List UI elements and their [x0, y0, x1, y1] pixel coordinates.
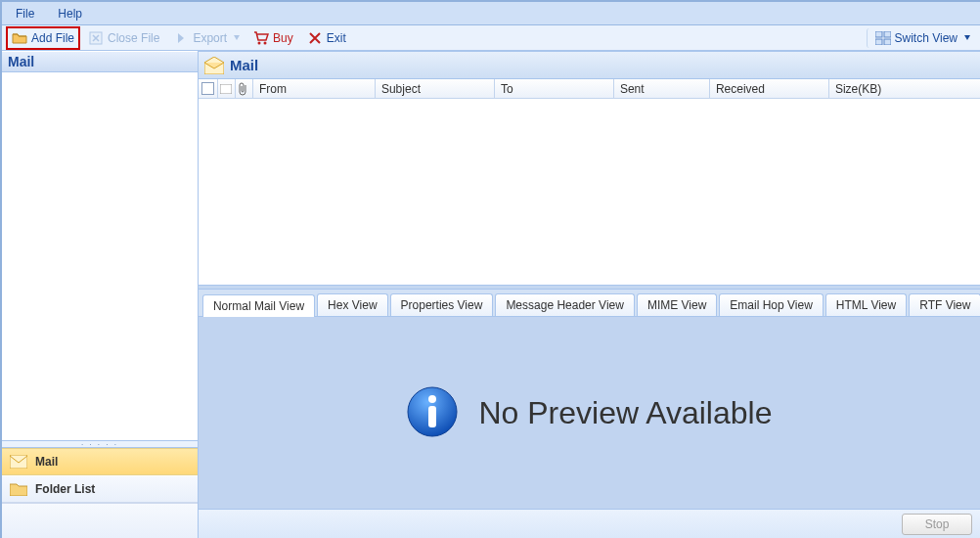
right-pane-title: Mail: [230, 57, 258, 73]
column-sent[interactable]: Sent: [614, 79, 710, 98]
svg-rect-4: [884, 31, 891, 37]
buy-label: Buy: [273, 31, 293, 45]
exit-label: Exit: [327, 31, 346, 45]
menu-file[interactable]: File: [8, 5, 42, 22]
column-icon[interactable]: [218, 79, 236, 98]
info-icon: [406, 385, 459, 441]
stop-button[interactable]: Stop: [902, 514, 972, 535]
mail-list-header: From Subject To Sent Received Size(KB): [199, 79, 980, 99]
tab-normal-mail[interactable]: Normal Mail View: [202, 294, 315, 317]
folder-tree[interactable]: [2, 72, 198, 440]
export-button[interactable]: Export: [167, 28, 245, 48]
folder-icon: [10, 482, 27, 496]
column-attachment[interactable]: [236, 79, 253, 98]
chevron-down-icon: [234, 35, 240, 40]
close-x-icon: [307, 30, 323, 46]
toolbar: Add File Close File Export Bu: [2, 25, 980, 51]
add-file-button[interactable]: Add File: [8, 28, 78, 48]
tab-email-hop[interactable]: Email Hop View: [719, 293, 823, 316]
preview-tabstrip: Normal Mail View Hex View Properties Vie…: [199, 289, 980, 316]
preview-panel: No Preview Available: [199, 316, 980, 509]
nav-item-mail[interactable]: Mail: [2, 448, 198, 475]
tab-hex[interactable]: Hex View: [317, 293, 387, 316]
svg-rect-7: [10, 455, 27, 469]
column-received[interactable]: Received: [710, 79, 829, 98]
left-pane: Mail · · · · · Mail Folder List: [2, 51, 199, 538]
nav-list: Mail Folder List: [2, 448, 198, 503]
svg-rect-5: [875, 39, 882, 45]
status-bar: Stop: [199, 509, 980, 538]
right-pane: Mail From Subject To Sent Received Size(…: [199, 51, 980, 538]
tab-mime[interactable]: MIME View: [637, 293, 717, 316]
nav-footer: [2, 503, 198, 538]
add-file-label: Add File: [31, 31, 74, 45]
mail-list-body[interactable]: [199, 99, 980, 285]
exit-button[interactable]: Exit: [301, 28, 352, 48]
switch-view-label: Switch View: [895, 31, 958, 45]
switch-view-button[interactable]: Switch View: [867, 28, 976, 48]
column-subject[interactable]: Subject: [376, 79, 495, 98]
svg-rect-11: [428, 406, 436, 427]
export-arrow-icon: [173, 30, 189, 46]
column-to[interactable]: To: [495, 79, 614, 98]
column-size[interactable]: Size(KB): [829, 79, 980, 98]
svg-rect-3: [875, 31, 882, 37]
tab-rtf[interactable]: RTF View: [909, 293, 980, 316]
tab-html[interactable]: HTML View: [825, 293, 907, 316]
column-checkbox[interactable]: [199, 79, 218, 98]
layout-icon: [875, 30, 891, 46]
buy-button[interactable]: Buy: [247, 28, 299, 48]
right-pane-header: Mail: [199, 52, 980, 79]
svg-point-2: [264, 41, 267, 44]
nav-item-label: Folder List: [35, 482, 95, 496]
envelope-icon: [10, 455, 27, 469]
nav-item-label: Mail: [35, 455, 58, 469]
svg-rect-8: [220, 84, 232, 94]
page-icon: [220, 84, 232, 94]
tab-properties[interactable]: Properties View: [390, 293, 494, 316]
svg-point-10: [428, 395, 436, 403]
close-file-button[interactable]: Close File: [82, 28, 165, 48]
left-pane-header: Mail: [2, 51, 198, 72]
shopping-cart-icon: [253, 30, 269, 46]
envelope-open-icon: [204, 57, 224, 74]
nav-item-folder-list[interactable]: Folder List: [2, 475, 198, 503]
svg-rect-6: [884, 39, 891, 45]
close-file-icon: [88, 30, 104, 46]
column-from[interactable]: From: [253, 79, 376, 98]
paperclip-icon: [239, 82, 248, 96]
splitter-handle[interactable]: · · · · ·: [2, 440, 198, 448]
app-window: File Help Add File Close File: [2, 2, 980, 538]
close-file-label: Close File: [108, 31, 159, 45]
preview-message: No Preview Available: [478, 395, 772, 431]
svg-point-1: [258, 41, 261, 44]
tab-message-header[interactable]: Message Header View: [495, 293, 635, 316]
menu-bar: File Help: [2, 2, 980, 25]
chevron-down-icon: [964, 35, 970, 40]
menu-help[interactable]: Help: [50, 5, 90, 22]
folder-open-icon: [12, 30, 27, 46]
export-label: Export: [193, 31, 227, 45]
add-file-highlight: Add File: [6, 26, 80, 50]
